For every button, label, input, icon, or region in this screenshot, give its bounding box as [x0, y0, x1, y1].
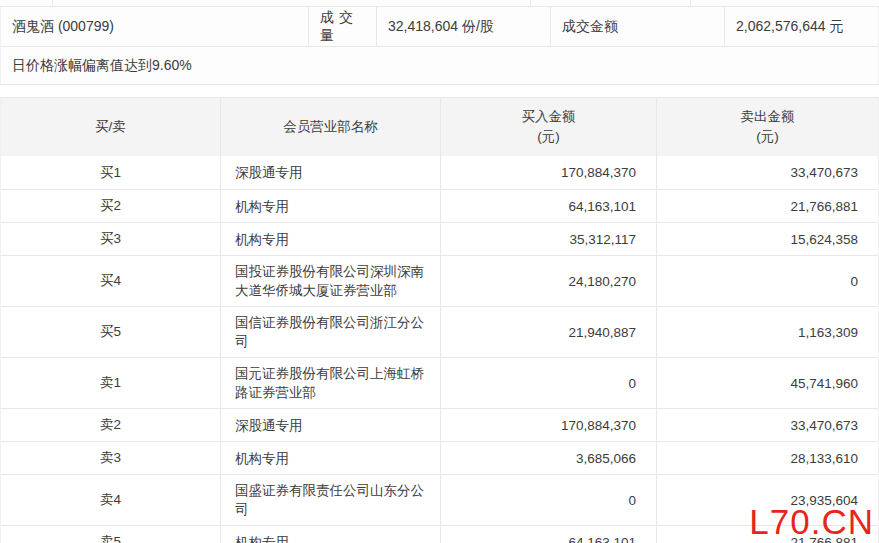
table-row: 卖3 机构专用 3,685,066 28,133,610 [1, 441, 878, 474]
rank-cell: 买1 [1, 156, 220, 189]
buy-amount-cell: 0 [440, 475, 656, 525]
sell-amount-cell: 21,766,881 [656, 526, 878, 543]
table-row: 买2 机构专用 64,163,101 21,766,881 [1, 189, 878, 222]
rank-cell: 卖1 [1, 358, 220, 408]
branch-cell: 机构专用 [220, 442, 440, 474]
broker-rankings-table: 买/卖 会员营业部名称 买入金额 (元) 卖出金额 (元) 买1 深股通专用 1… [0, 97, 879, 543]
buy-amount-cell: 64,163,101 [440, 526, 656, 543]
stock-summary-section: 酒鬼酒 (000799) 成交量 32,418,604 份/股 成交金额 2,0… [0, 7, 879, 85]
sell-amount-cell: 28,133,610 [656, 442, 878, 474]
rank-cell: 卖3 [1, 442, 220, 474]
branch-cell: 国元证券股份有限公司上海虹桥路证券营业部 [220, 358, 440, 408]
buy-amount-cell: 21,940,887 [440, 307, 656, 357]
table-header-row: 买/卖 会员营业部名称 买入金额 (元) 卖出金额 (元) [1, 98, 878, 156]
turnover-label: 成交金额 [550, 7, 724, 46]
branch-cell: 机构专用 [220, 190, 440, 222]
section-gap [0, 85, 879, 97]
branch-cell: 深股通专用 [220, 156, 440, 189]
header-branch: 会员营业部名称 [220, 98, 440, 156]
rank-cell: 买4 [1, 256, 220, 306]
header-sell-amount: 卖出金额 (元) [656, 98, 878, 156]
stock-name-code: 酒鬼酒 (000799) [1, 7, 308, 46]
price-deviation-notice: 日价格涨幅偏离值达到9.60% [1, 47, 878, 85]
table-row: 卖4 国盛证券有限责任公司山东分公司 0 23,935,604 [1, 474, 878, 525]
table-body: 买1 深股通专用 170,884,370 33,470,673 买2 机构专用 … [1, 156, 878, 543]
header-buy-amount: 买入金额 (元) [440, 98, 656, 156]
branch-cell: 国投证券股份有限公司深圳深南大道华侨城大厦证券营业部 [220, 256, 440, 306]
rank-cell: 买2 [1, 190, 220, 222]
table-row: 买4 国投证券股份有限公司深圳深南大道华侨城大厦证券营业部 24,180,270… [1, 255, 878, 306]
sell-amount-cell: 23,935,604 [656, 475, 878, 525]
sell-amount-cell: 15,624,358 [656, 223, 878, 255]
buy-amount-cell: 3,685,066 [440, 442, 656, 474]
trading-disclosure-page: 酒鬼酒 (000799) 成交量 32,418,604 份/股 成交金额 2,0… [0, 0, 879, 543]
rank-cell: 买5 [1, 307, 220, 357]
rank-cell: 卖5 [1, 526, 220, 543]
turnover-value: 2,062,576,644 元 [724, 7, 878, 46]
sell-amount-cell: 45,741,960 [656, 358, 878, 408]
header-side: 买/卖 [1, 98, 220, 156]
sell-amount-cell: 0 [656, 256, 878, 306]
sell-amount-cell: 1,163,309 [656, 307, 878, 357]
divider [530, 0, 531, 6]
cropped-previous-row-strip [0, 0, 879, 7]
rank-cell: 卖4 [1, 475, 220, 525]
stock-summary-row: 酒鬼酒 (000799) 成交量 32,418,604 份/股 成交金额 2,0… [1, 7, 878, 47]
divider [690, 0, 691, 6]
branch-cell: 深股通专用 [220, 409, 440, 441]
table-row: 买3 机构专用 35,312,117 15,624,358 [1, 222, 878, 255]
table-row: 卖1 国元证券股份有限公司上海虹桥路证券营业部 0 45,741,960 [1, 357, 878, 408]
buy-amount-cell: 64,163,101 [440, 190, 656, 222]
branch-cell: 机构专用 [220, 223, 440, 255]
buy-amount-cell: 24,180,270 [440, 256, 656, 306]
branch-cell: 国信证券股份有限公司浙江分公司 [220, 307, 440, 357]
buy-amount-cell: 35,312,117 [440, 223, 656, 255]
sell-amount-cell: 33,470,673 [656, 409, 878, 441]
buy-amount-cell: 170,884,370 [440, 409, 656, 441]
table-row: 卖5 机构专用 64,163,101 21,766,881 [1, 525, 878, 543]
volume-value: 32,418,604 份/股 [376, 7, 550, 46]
branch-cell: 机构专用 [220, 526, 440, 543]
table-row: 买1 深股通专用 170,884,370 33,470,673 [1, 156, 878, 189]
table-row: 卖2 深股通专用 170,884,370 33,470,673 [1, 408, 878, 441]
buy-amount-cell: 0 [440, 358, 656, 408]
volume-label: 成交量 [308, 7, 376, 46]
sell-amount-cell: 33,470,673 [656, 156, 878, 189]
buy-amount-cell: 170,884,370 [440, 156, 656, 189]
table-row: 买5 国信证券股份有限公司浙江分公司 21,940,887 1,163,309 [1, 306, 878, 357]
divider [52, 0, 53, 6]
branch-cell: 国盛证券有限责任公司山东分公司 [220, 475, 440, 525]
rank-cell: 卖2 [1, 409, 220, 441]
rank-cell: 买3 [1, 223, 220, 255]
sell-amount-cell: 21,766,881 [656, 190, 878, 222]
